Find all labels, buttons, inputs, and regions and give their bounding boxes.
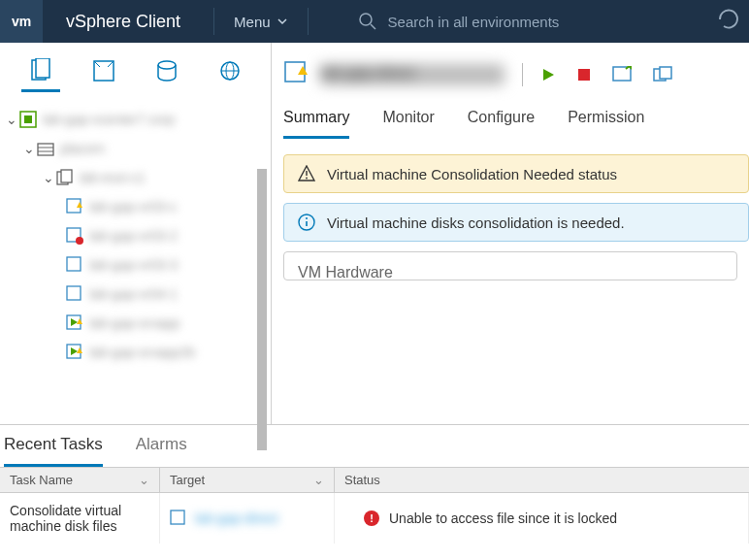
col-task-name[interactable]: Task Name ⌄ <box>0 468 160 492</box>
col-target[interactable]: Target ⌄ <box>160 468 335 492</box>
bottom-panel: Recent Tasks Alarms Task Name ⌄ Target ⌄… <box>0 424 749 544</box>
col-label: Status <box>344 473 380 487</box>
tasks-table: Task Name ⌄ Target ⌄ Status Consolidate … <box>0 467 749 544</box>
logo-icon: vm <box>0 0 43 43</box>
svg-rect-15 <box>61 170 72 182</box>
search-icon <box>357 11 378 32</box>
svg-marker-17 <box>77 202 82 208</box>
tab-networking[interactable] <box>211 51 249 92</box>
tree-vm[interactable]: lab-gap-vr03-c <box>6 192 271 221</box>
svg-point-0 <box>360 14 372 25</box>
menu-label: Menu <box>234 14 271 30</box>
separator <box>522 63 523 86</box>
svg-rect-10 <box>24 115 32 123</box>
col-status[interactable]: Status <box>335 468 749 492</box>
col-label: Task Name <box>10 473 73 487</box>
table-header: Task Name ⌄ Target ⌄ Status <box>0 467 749 493</box>
svg-rect-42 <box>171 511 184 524</box>
col-label: Target <box>170 473 205 487</box>
svg-marker-30 <box>543 69 554 81</box>
tree-label: placorn <box>60 141 105 156</box>
sidebar-tabs <box>0 43 271 101</box>
datacenter-icon <box>37 140 54 157</box>
svg-marker-27 <box>77 347 82 353</box>
tab-vms-templates[interactable] <box>84 51 123 92</box>
chevron-down-icon: ⌄ <box>23 141 35 156</box>
tree-vm[interactable]: lab-gap-vr04-1 <box>6 280 271 309</box>
action-bar <box>540 66 672 83</box>
refresh-icon[interactable] <box>716 7 741 32</box>
chevron-down-icon: ⌄ <box>313 473 324 487</box>
target-name: lab-gap-direct <box>195 511 278 526</box>
play-icon[interactable] <box>540 67 556 82</box>
cell-target: lab-gap-direct <box>160 493 335 544</box>
vm-warn-icon <box>283 60 309 89</box>
vm-running-warn-icon <box>66 314 83 332</box>
tree-label: lab-gap-vr04-1 <box>89 286 178 302</box>
sidebar: ⌄ lab-gap-vcenter7.corp ⌄ placorn ⌄ lab-… <box>0 43 272 424</box>
tree-label: lab-esxi-c1 <box>80 170 146 185</box>
error-icon: ! <box>364 511 379 526</box>
object-tabs: Summary Monitor Configure Permission <box>272 109 749 139</box>
inventory-tree: ⌄ lab-gap-vcenter7.corp ⌄ placorn ⌄ lab-… <box>0 101 271 431</box>
tree-label: lab-gap-vcenter7.corp <box>43 112 175 127</box>
svg-rect-21 <box>67 286 81 300</box>
bottom-tabs: Recent Tasks Alarms <box>0 425 749 467</box>
scrollbar-thumb[interactable] <box>257 169 267 450</box>
vm-icon <box>66 285 83 303</box>
search-wrap <box>357 11 592 32</box>
tab-permissions[interactable]: Permission <box>568 109 644 139</box>
alert-info: Virtual machine disks consolidation is n… <box>283 203 749 242</box>
svg-marker-23 <box>71 318 78 326</box>
tree-vm[interactable]: lab-gap-vr03-3 <box>6 250 271 280</box>
search-input[interactable] <box>388 14 592 30</box>
tab-recent-tasks[interactable]: Recent Tasks <box>4 435 103 467</box>
tree-label: lab-gap-srvapp <box>89 315 179 331</box>
tree-vm[interactable]: lab-gap-srvapp <box>6 309 271 338</box>
tree-vm[interactable]: lab-gap-vr03-2 <box>6 221 271 250</box>
alert-text: Virtual machine Consolidation Needed sta… <box>327 166 617 182</box>
tree-label: lab-gap-vr03-3 <box>89 257 178 273</box>
tree-cluster[interactable]: ⌄ lab-esxi-c1 <box>6 163 271 192</box>
vm-warn-icon <box>66 198 83 215</box>
hosts-icon <box>30 58 51 83</box>
storage-icon <box>155 59 179 82</box>
status-text: Unable to access file since it is locked <box>389 511 617 526</box>
vm-icon <box>66 256 83 274</box>
svg-rect-3 <box>36 58 49 78</box>
tree-datacenter[interactable]: ⌄ placorn <box>6 134 271 163</box>
alerts: Virtual machine Consolidation Needed sta… <box>272 139 749 242</box>
stop-icon[interactable] <box>577 68 591 82</box>
chevron-down-icon: ⌄ <box>6 112 17 127</box>
info-icon <box>298 214 315 231</box>
separator <box>213 8 214 35</box>
vm-icon <box>170 510 187 527</box>
alert-warning: Virtual machine Consolidation Needed sta… <box>283 154 749 193</box>
svg-marker-29 <box>298 66 308 75</box>
tab-configure[interactable]: Configure <box>468 109 535 139</box>
refresh-wrap <box>716 7 749 36</box>
tree-vm[interactable]: lab-gap-srvapp2b <box>6 338 271 367</box>
svg-point-5 <box>158 61 176 69</box>
svg-point-19 <box>76 237 83 245</box>
menu-dropdown[interactable]: Menu <box>224 14 298 30</box>
vm-hardware-panel: VM Hardware <box>283 251 737 280</box>
tab-alarms[interactable]: Alarms <box>136 435 187 467</box>
migrate-icon[interactable] <box>653 66 672 83</box>
vms-icon <box>92 59 115 82</box>
tab-storage[interactable] <box>147 51 186 92</box>
console-icon[interactable] <box>612 66 632 83</box>
svg-point-38 <box>306 178 308 180</box>
svg-marker-24 <box>77 318 82 324</box>
svg-rect-11 <box>38 144 53 155</box>
tab-monitor[interactable]: Monitor <box>382 109 434 139</box>
vm-running-warn-icon <box>66 344 83 361</box>
alert-text: Virtual machine disks consolidation is n… <box>327 214 625 231</box>
tree-label: lab-gap-srvapp2b <box>89 345 195 360</box>
chevron-down-icon: ⌄ <box>43 170 54 185</box>
tab-hosts-clusters[interactable] <box>21 51 60 92</box>
table-row[interactable]: Consolidate virtual machine disk files l… <box>0 493 749 544</box>
tab-summary[interactable]: Summary <box>283 109 349 139</box>
warning-icon <box>298 165 315 182</box>
tree-vcenter[interactable]: ⌄ lab-gap-vcenter7.corp <box>6 105 271 134</box>
